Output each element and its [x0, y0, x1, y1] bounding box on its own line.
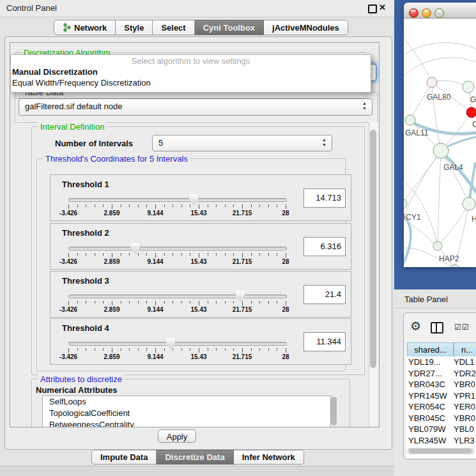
- algorithm-popup-list: Manual DiscretizationEqual Width/Frequen…: [11, 66, 371, 88]
- threshold-1-slider[interactable]: [68, 198, 286, 202]
- column-header-name[interactable]: n...: [454, 342, 476, 357]
- tab-impute-data[interactable]: Impute Data: [91, 450, 157, 464]
- column-header-shared-name[interactable]: shared...: [407, 342, 454, 357]
- float-window-icon[interactable]: [368, 4, 377, 13]
- cell-name[interactable]: YPR1: [454, 390, 475, 402]
- attributes-list-scrollbar[interactable]: [331, 397, 337, 426]
- slider-thumb[interactable]: [189, 194, 199, 205]
- numerical-attributes-label: Numerical Attributes: [36, 385, 117, 395]
- threshold-4-panel: Threshold 4 -3.4262.8599.14415.4321.7152…: [50, 318, 351, 365]
- slider-thumb[interactable]: [165, 338, 175, 349]
- network-canvas[interactable]: GAL80GACGAL11GAL4GCY1HHAP2: [404, 19, 476, 267]
- gear-icon[interactable]: ⚙: [410, 319, 421, 334]
- cell-shared-name[interactable]: YBR045C: [406, 413, 454, 424]
- table-row[interactable]: YBL079WYBL0: [406, 424, 476, 435]
- tab-jactivemnodules[interactable]: jActiveMNodules: [264, 20, 348, 35]
- threshold-3-value[interactable]: 21.4: [303, 285, 346, 304]
- network-node[interactable]: [405, 115, 415, 125]
- numerical-attributes-list[interactable]: SelfLoopsTopologicalCoefficientBetweenne…: [42, 395, 331, 427]
- cell-name[interactable]: YBR0: [454, 413, 475, 424]
- cell-shared-name[interactable]: YER054C: [406, 401, 454, 413]
- network-node[interactable]: [466, 107, 476, 118]
- scrollbar-thumb[interactable]: [409, 449, 472, 454]
- network-node[interactable]: [404, 199, 407, 209]
- cell-shared-name[interactable]: YDR27...: [406, 368, 454, 380]
- threshold-1-value[interactable]: 14.713: [303, 188, 346, 208]
- threshold-4-slider[interactable]: [68, 342, 286, 346]
- cell-shared-name[interactable]: YDL19...: [406, 357, 454, 368]
- tab-network[interactable]: Network: [54, 20, 116, 35]
- bottom-tab-bar: Impute Data Discretize Data Infer Networ…: [91, 450, 304, 465]
- network-view-window: GAL80GACGAL11GAL4GCY1HHAP2: [404, 3, 476, 267]
- cell-name[interactable]: YLR3: [454, 435, 475, 447]
- algorithm-popup-item[interactable]: Manual Discretization: [11, 66, 371, 77]
- table-row[interactable]: YBR045CYBR0: [406, 413, 476, 424]
- top-tab-bar: Network Style Select Cyni Toolbox jActiv…: [54, 20, 348, 35]
- attribute-list-item[interactable]: TopologicalCoefficient: [43, 408, 330, 419]
- control-panel-title: Control Panel: [6, 3, 57, 13]
- slider-track[interactable]: [68, 295, 287, 298]
- minimize-traffic-light-icon[interactable]: [422, 8, 431, 18]
- control-panel-titlebar: Control Panel ✕: [0, 0, 394, 17]
- cell-shared-name[interactable]: YPR145W: [406, 390, 454, 402]
- checkbox-icon[interactable]: ☑: [462, 323, 469, 332]
- cell-shared-name[interactable]: YLR345W: [406, 435, 454, 447]
- cell-shared-name[interactable]: YBR043C: [406, 379, 454, 390]
- table-row[interactable]: YBR043CYBR0: [406, 379, 476, 390]
- network-node[interactable]: [463, 81, 474, 93]
- network-icon: [63, 23, 71, 32]
- attribute-list-item[interactable]: BetweennessCentrality: [43, 419, 330, 427]
- tab-cyni-toolbox[interactable]: Cyni Toolbox: [195, 20, 264, 35]
- settings-scrollbar-thumb[interactable]: [370, 130, 376, 368]
- table-row[interactable]: YDR27...YDR2: [406, 368, 476, 380]
- checkbox-icon[interactable]: ☑: [454, 323, 461, 332]
- cell-shared-name[interactable]: YBL079W: [406, 424, 454, 435]
- window-bottom-strip: [0, 466, 394, 476]
- network-window-titlebar: [404, 3, 476, 19]
- network-node[interactable]: [433, 242, 442, 250]
- attributes-title: Attributes to discretize: [38, 374, 125, 384]
- threshold-3-slider[interactable]: [68, 295, 286, 298]
- threshold-2-slider[interactable]: [68, 247, 286, 250]
- cell-name[interactable]: YBR0: [454, 379, 475, 390]
- algorithm-popup-item[interactable]: Equal Width/Frequency Discretization: [11, 77, 371, 88]
- slider-track[interactable]: [68, 247, 287, 250]
- cell-name[interactable]: YDL1: [454, 357, 475, 368]
- table-row[interactable]: YDL19...YDL1: [406, 357, 476, 368]
- close-traffic-light-icon[interactable]: [409, 8, 418, 18]
- table-row[interactable]: YLR345WYLR3: [406, 435, 476, 447]
- network-node[interactable]: [427, 77, 437, 88]
- tab-style[interactable]: Style: [116, 20, 153, 35]
- attribute-list-item[interactable]: SelfLoops: [43, 396, 330, 408]
- split-view-icon[interactable]: [431, 322, 443, 334]
- cell-name[interactable]: YBL0: [454, 424, 474, 435]
- slider-track[interactable]: [68, 342, 287, 346]
- tab-infer-network[interactable]: Infer Network: [234, 450, 304, 464]
- slider-tick-labels: -3.4262.8599.14415.4321.71528: [68, 258, 286, 266]
- number-of-intervals-combobox[interactable]: 5 ▲▼: [152, 135, 332, 151]
- cell-name[interactable]: YER0: [454, 401, 475, 413]
- threshold-2-value[interactable]: 6.316: [303, 237, 346, 256]
- slider-thumb[interactable]: [131, 243, 141, 254]
- threshold-1-panel: Threshold 1 -3.4262.8599.14415.4321.7152…: [50, 174, 351, 221]
- network-node-label: GCY1: [404, 213, 421, 222]
- slider-tick-labels: -3.4262.8599.14415.4321.71528: [68, 353, 286, 361]
- zoom-traffic-light-icon[interactable]: [434, 8, 444, 18]
- algorithm-dropdown-popup: Select algorithm to view settings Manual…: [10, 54, 371, 93]
- slider-ticks: [68, 301, 286, 305]
- cell-name[interactable]: YDR2: [454, 368, 476, 380]
- network-node[interactable]: [433, 143, 449, 158]
- table-horizontal-scrollbar[interactable]: [407, 448, 475, 454]
- threshold-4-value[interactable]: 11.344: [303, 332, 346, 351]
- algorithm-popup-placeholder: Select algorithm to view settings: [11, 55, 371, 66]
- tab-discretize-data[interactable]: Discretize Data: [157, 450, 233, 464]
- apply-button[interactable]: Apply: [158, 429, 196, 443]
- table-data-combobox[interactable]: galFiltered.sif default node ▲▼: [19, 98, 372, 116]
- slider-track[interactable]: [68, 198, 287, 202]
- tab-select[interactable]: Select: [153, 20, 194, 35]
- slider-thumb[interactable]: [235, 291, 245, 302]
- network-node[interactable]: [463, 197, 475, 210]
- table-row[interactable]: YPR145WYPR1: [406, 390, 476, 402]
- close-icon[interactable]: ✕: [379, 3, 386, 12]
- table-row[interactable]: YER054CYER0: [406, 401, 476, 413]
